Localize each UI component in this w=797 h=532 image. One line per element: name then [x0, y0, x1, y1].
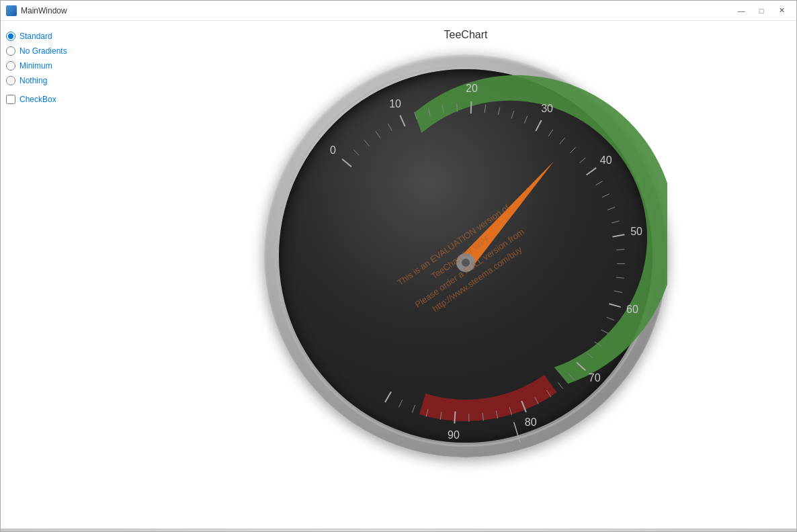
minor-tick — [595, 181, 602, 185]
tick-label: 0 — [330, 144, 336, 156]
minor-tick — [412, 405, 415, 412]
checkbox-input[interactable] — [6, 95, 15, 104]
minor-tick — [616, 249, 624, 250]
tick-mark — [536, 120, 541, 131]
minor-tick — [353, 150, 359, 156]
radio-group: Standard No Gradients Minimum Nothing — [6, 32, 140, 85]
minor-tick — [376, 131, 380, 138]
gauge-container: 0102030405060708090 This is an EVALUATIO… — [257, 48, 674, 478]
tick-label: 90 — [448, 429, 460, 441]
gauge-needle — [460, 161, 554, 268]
title-bar: MainWindow — □ ✕ — [1, 1, 796, 21]
minor-tick — [570, 147, 575, 153]
window-title: MainWindow — [21, 6, 67, 15]
minor-tick — [524, 116, 528, 124]
radio-no-gradients-label: No Gradients — [19, 46, 67, 56]
tick-mark — [385, 392, 391, 402]
radio-standard-label: Standard — [19, 32, 52, 41]
bottom-border — [1, 529, 796, 531]
title-bar-left: MainWindow — [6, 5, 67, 16]
red-band — [419, 375, 556, 421]
tick-mark — [613, 234, 625, 236]
minor-tick — [364, 140, 370, 146]
minor-tick — [457, 103, 458, 112]
minor-tick — [616, 277, 624, 278]
minor-tick — [548, 130, 553, 136]
radio-nothing[interactable]: Nothing — [6, 76, 140, 85]
radio-nothing-label: Nothing — [19, 76, 47, 85]
minor-tick — [388, 124, 392, 130]
minor-tick — [485, 105, 486, 113]
minor-tick — [498, 107, 500, 116]
tick-mark — [587, 168, 597, 175]
tick-label: 10 — [389, 98, 401, 109]
minor-tick — [607, 317, 614, 320]
minor-tick — [579, 158, 585, 163]
radio-standard[interactable]: Standard — [6, 32, 140, 41]
tick-mark — [342, 159, 351, 167]
radio-minimum[interactable]: Minimum — [6, 61, 140, 71]
gauge-svg-bands: 0102030405060708090 — [264, 54, 667, 457]
minor-tick — [614, 291, 622, 292]
radio-no-gradients[interactable]: No Gradients — [6, 46, 140, 56]
chart-area: TeeChart — [140, 26, 791, 523]
tick-mark — [609, 304, 620, 307]
tick-label: 70 — [589, 372, 601, 384]
chart-title: TeeChart — [444, 29, 488, 41]
minimize-button[interactable]: — — [732, 4, 751, 17]
close-button[interactable]: ✕ — [772, 4, 791, 17]
window-app-icon — [6, 5, 17, 16]
minor-tick — [558, 382, 562, 389]
tick-mark — [454, 411, 455, 423]
minor-tick — [511, 111, 514, 118]
minor-tick — [612, 221, 620, 223]
checkbox-item[interactable]: CheckBox — [6, 95, 140, 104]
main-content: Standard No Gradients Minimum Nothing Ch… — [1, 21, 796, 529]
minor-tick — [602, 194, 610, 197]
main-window: MainWindow — □ ✕ Standard No Gradients — [0, 0, 797, 532]
minor-tick — [601, 330, 609, 333]
minor-tick — [560, 138, 564, 144]
needle-cap-inner — [462, 259, 470, 267]
tick-mark — [400, 116, 405, 126]
radio-minimum-label: Minimum — [19, 61, 52, 71]
tick-label: 40 — [600, 154, 612, 166]
tick-label: 50 — [630, 226, 642, 237]
tick-label: 80 — [525, 416, 537, 428]
checkbox-label: CheckBox — [19, 95, 56, 104]
ext-tick — [514, 422, 520, 443]
restore-button[interactable]: □ — [752, 4, 771, 17]
tick-mark — [471, 101, 472, 114]
tick-label: 30 — [541, 103, 553, 114]
sidebar: Standard No Gradients Minimum Nothing Ch… — [6, 26, 140, 523]
tick-label: 60 — [626, 304, 638, 315]
minor-tick — [607, 207, 615, 210]
tick-label: 20 — [466, 83, 478, 94]
minor-tick — [399, 400, 403, 407]
title-bar-controls: — □ ✕ — [732, 4, 791, 17]
